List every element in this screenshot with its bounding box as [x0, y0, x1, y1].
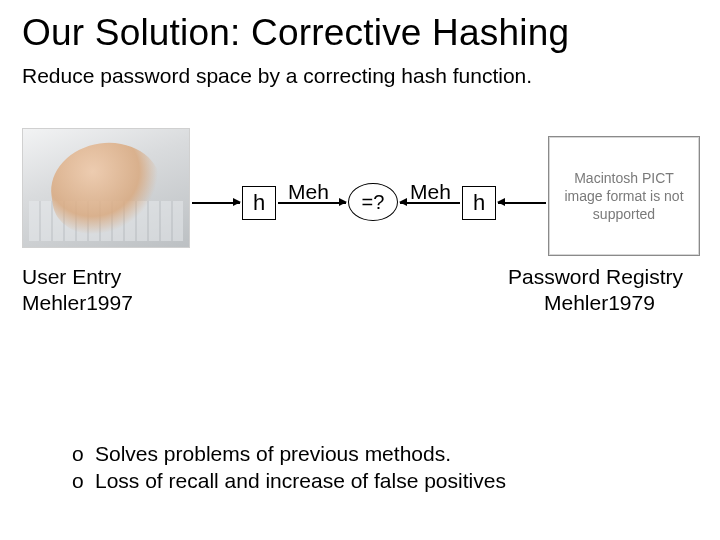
arrow-icon: [400, 202, 460, 204]
hash-output-left: Meh: [288, 180, 329, 204]
user-entry-caption: User Entry Mehler1997: [22, 264, 133, 317]
bullet-marker: o: [72, 467, 86, 494]
compare-node: =?: [348, 183, 398, 221]
diagram: h Meh =? Meh h Macintosh PICT image form…: [22, 128, 698, 328]
keyboard-image: [22, 128, 190, 248]
user-entry-label: User Entry: [22, 264, 133, 290]
hash-output-right: Meh: [410, 180, 451, 204]
password-registry-caption: Password Registry Mehler1979: [508, 264, 683, 317]
arrow-icon: [278, 202, 346, 204]
slide-title: Our Solution: Corrective Hashing: [22, 12, 698, 54]
list-item: o Solves problems of previous methods.: [72, 440, 506, 467]
user-entry-value: Mehler1997: [22, 290, 133, 316]
bullet-text: Solves problems of previous methods.: [95, 440, 451, 467]
hash-box-right: h: [462, 186, 496, 220]
password-registry-value: Mehler1979: [508, 290, 683, 316]
bullet-list: o Solves problems of previous methods. o…: [72, 440, 506, 495]
arrow-icon: [498, 202, 546, 204]
slide-subtitle: Reduce password space by a correcting ha…: [22, 64, 698, 88]
list-item: o Loss of recall and increase of false p…: [72, 467, 506, 494]
hash-box-left: h: [242, 186, 276, 220]
bullet-marker: o: [72, 440, 86, 467]
bullet-text: Loss of recall and increase of false pos…: [95, 467, 506, 494]
password-registry-label: Password Registry: [508, 264, 683, 290]
pict-placeholder: Macintosh PICT image format is not suppo…: [548, 136, 700, 256]
arrow-icon: [192, 202, 240, 204]
